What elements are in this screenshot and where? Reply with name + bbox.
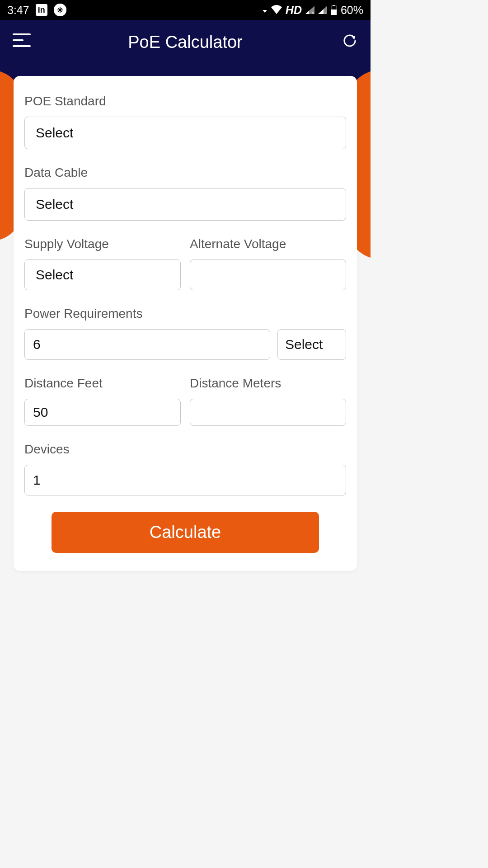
- battery-icon: [331, 5, 337, 15]
- battery-percent: 60%: [341, 4, 363, 17]
- calculate-button[interactable]: Calculate: [52, 512, 319, 553]
- app-notification-icon: [54, 4, 66, 16]
- supply-voltage-label: Supply Voltage: [24, 237, 181, 251]
- distance-feet-input[interactable]: 50: [24, 399, 181, 426]
- linkedin-icon: in: [36, 4, 47, 16]
- devices-label: Devices: [24, 442, 346, 457]
- menu-icon[interactable]: [13, 33, 31, 47]
- refresh-icon[interactable]: [342, 33, 358, 49]
- devices-input[interactable]: 1: [24, 465, 346, 495]
- dropdown-indicator-icon: [262, 4, 267, 17]
- svg-rect-5: [331, 9, 337, 15]
- status-time: 3:47: [7, 4, 29, 17]
- wifi-icon: [271, 4, 282, 17]
- status-bar: 3:47 in HD × × 60%: [0, 0, 371, 20]
- page-title: PoE Calculator: [128, 33, 242, 52]
- alternate-voltage-label: Alternate Voltage: [190, 237, 346, 251]
- signal-1-icon: ×: [305, 4, 314, 17]
- distance-feet-label: Distance Feet: [24, 376, 181, 391]
- power-requirements-unit-select[interactable]: Select: [277, 329, 346, 360]
- svg-text:×: ×: [312, 11, 314, 14]
- power-requirements-label: Power Requirements: [24, 307, 346, 321]
- data-cable-label: Data Cable: [24, 165, 346, 180]
- svg-text:×: ×: [324, 11, 327, 14]
- poe-standard-label: POE Standard: [24, 94, 346, 108]
- power-requirements-input[interactable]: 6: [24, 329, 270, 360]
- distance-meters-input[interactable]: [190, 399, 346, 426]
- calculator-form-card: POE Standard Select Data Cable Select Su…: [14, 76, 357, 571]
- distance-meters-label: Distance Meters: [190, 376, 346, 391]
- hd-label: HD: [286, 4, 302, 17]
- supply-voltage-select[interactable]: Select: [24, 259, 181, 290]
- data-cable-select[interactable]: Select: [24, 188, 346, 221]
- signal-2-icon: ×: [318, 4, 327, 17]
- alternate-voltage-input[interactable]: [190, 259, 346, 290]
- poe-standard-select[interactable]: Select: [24, 117, 346, 149]
